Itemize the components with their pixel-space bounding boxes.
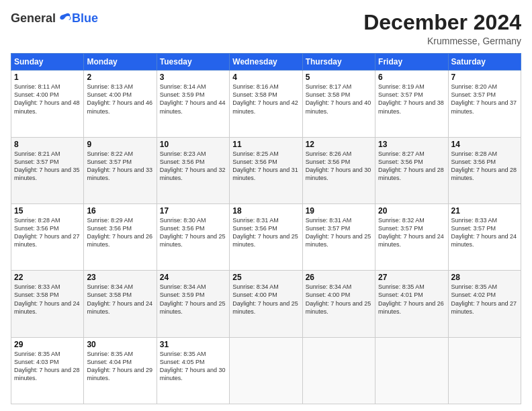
month-title: December 2024: [363, 11, 521, 34]
day-number: 15: [14, 206, 81, 216]
day-number: 14: [451, 140, 518, 149]
day-number: 6: [378, 73, 445, 82]
day-number: 28: [451, 273, 518, 282]
logo-blue: Blue: [72, 11, 98, 26]
day-of-week-header: Monday: [84, 54, 157, 71]
day-number: 23: [87, 273, 153, 282]
day-info: Sunrise: 8:32 AMSunset: 3:57 PMDaylight:…: [378, 217, 444, 248]
day-info: Sunrise: 8:27 AMSunset: 3:56 PMDaylight:…: [378, 150, 444, 181]
day-of-week-header: Saturday: [448, 54, 521, 71]
calendar-cell: 1 Sunrise: 8:11 AMSunset: 4:00 PMDayligh…: [11, 71, 84, 137]
calendar-cell: 29 Sunrise: 8:35 AMSunset: 4:03 PMDaylig…: [11, 337, 84, 404]
day-number: 25: [232, 273, 299, 282]
day-info: Sunrise: 8:22 AMSunset: 3:57 PMDaylight:…: [87, 150, 152, 181]
calendar-cell: 21 Sunrise: 8:33 AMSunset: 3:57 PMDaylig…: [448, 203, 521, 270]
day-info: Sunrise: 8:35 AMSunset: 4:02 PMDaylight:…: [451, 283, 517, 314]
day-info: Sunrise: 8:30 AMSunset: 3:56 PMDaylight:…: [160, 217, 226, 248]
day-info: Sunrise: 8:35 AMSunset: 4:03 PMDaylight:…: [14, 351, 80, 381]
calendar-cell: 15 Sunrise: 8:28 AMSunset: 3:56 PMDaylig…: [11, 203, 84, 270]
day-of-week-header: Friday: [375, 54, 448, 71]
day-info: Sunrise: 8:28 AMSunset: 3:56 PMDaylight:…: [451, 150, 517, 181]
day-number: 17: [160, 206, 226, 216]
day-number: 1: [14, 73, 81, 82]
day-info: Sunrise: 8:19 AMSunset: 3:57 PMDaylight:…: [378, 83, 444, 114]
logo-text: General Blue: [11, 11, 98, 26]
calendar-cell: 13 Sunrise: 8:27 AMSunset: 3:56 PMDaylig…: [375, 137, 448, 203]
day-info: Sunrise: 8:35 AMSunset: 4:04 PMDaylight:…: [87, 351, 152, 381]
day-of-week-header: Wednesday: [230, 54, 302, 71]
calendar-cell: 22 Sunrise: 8:33 AMSunset: 3:58 PMDaylig…: [11, 271, 84, 337]
day-number: 5: [306, 73, 372, 82]
day-info: Sunrise: 8:35 AMSunset: 4:01 PMDaylight:…: [378, 283, 444, 314]
calendar-cell: 26 Sunrise: 8:34 AMSunset: 4:00 PMDaylig…: [302, 271, 375, 337]
day-number: 26: [306, 273, 372, 282]
calendar-cell: 10 Sunrise: 8:23 AMSunset: 3:56 PMDaylig…: [157, 137, 229, 203]
day-info: Sunrise: 8:29 AMSunset: 3:56 PMDaylight:…: [87, 217, 152, 248]
calendar-cell: 3 Sunrise: 8:14 AMSunset: 3:59 PMDayligh…: [157, 71, 229, 137]
day-number: 16: [87, 206, 153, 216]
day-info: Sunrise: 8:34 AMSunset: 4:00 PMDaylight:…: [232, 283, 298, 314]
logo-bird-icon: [57, 11, 72, 26]
calendar-cell: 17 Sunrise: 8:30 AMSunset: 3:56 PMDaylig…: [157, 203, 229, 270]
title-area: December 2024 Krummesse, Germany: [363, 11, 521, 46]
calendar-week-row: 1 Sunrise: 8:11 AMSunset: 4:00 PMDayligh…: [11, 71, 521, 137]
day-info: Sunrise: 8:23 AMSunset: 3:56 PMDaylight:…: [160, 150, 226, 181]
day-info: Sunrise: 8:31 AMSunset: 3:56 PMDaylight:…: [232, 217, 298, 248]
page-header: General Blue December 2024 Krummesse, Ge…: [11, 11, 521, 46]
calendar-cell: 14 Sunrise: 8:28 AMSunset: 3:56 PMDaylig…: [448, 137, 521, 203]
calendar-cell: 28 Sunrise: 8:35 AMSunset: 4:02 PMDaylig…: [448, 271, 521, 337]
day-number: 13: [378, 140, 445, 149]
day-info: Sunrise: 8:34 AMSunset: 3:58 PMDaylight:…: [87, 283, 152, 314]
day-number: 27: [378, 273, 445, 282]
location: Krummesse, Germany: [363, 36, 521, 46]
day-of-week-header: Tuesday: [157, 54, 229, 71]
calendar-cell: 25 Sunrise: 8:34 AMSunset: 4:00 PMDaylig…: [230, 271, 302, 337]
day-number: 3: [160, 73, 226, 82]
day-number: 18: [232, 206, 299, 216]
day-info: Sunrise: 8:35 AMSunset: 4:05 PMDaylight:…: [160, 351, 226, 381]
day-number: 2: [87, 73, 153, 82]
day-info: Sunrise: 8:25 AMSunset: 3:56 PMDaylight:…: [232, 150, 298, 181]
day-number: 29: [14, 340, 81, 349]
day-number: 30: [87, 340, 153, 349]
day-of-week-header: Sunday: [11, 54, 84, 71]
day-info: Sunrise: 8:28 AMSunset: 3:56 PMDaylight:…: [14, 217, 80, 248]
day-info: Sunrise: 8:34 AMSunset: 3:59 PMDaylight:…: [160, 283, 226, 314]
day-number: 4: [232, 73, 299, 82]
day-number: 31: [160, 340, 226, 349]
day-info: Sunrise: 8:21 AMSunset: 3:57 PMDaylight:…: [14, 150, 80, 181]
calendar-cell: 11 Sunrise: 8:25 AMSunset: 3:56 PMDaylig…: [230, 137, 302, 203]
calendar-cell: [302, 337, 375, 404]
calendar-header-row: SundayMondayTuesdayWednesdayThursdayFrid…: [11, 54, 521, 71]
calendar-cell: 19 Sunrise: 8:31 AMSunset: 3:57 PMDaylig…: [302, 203, 375, 270]
day-number: 22: [14, 273, 81, 282]
calendar-page: General Blue December 2024 Krummesse, Ge…: [0, 0, 532, 411]
calendar-cell: 8 Sunrise: 8:21 AMSunset: 3:57 PMDayligh…: [11, 137, 84, 203]
calendar-cell: 4 Sunrise: 8:16 AMSunset: 3:58 PMDayligh…: [230, 71, 302, 137]
calendar-cell: 20 Sunrise: 8:32 AMSunset: 3:57 PMDaylig…: [375, 203, 448, 270]
day-info: Sunrise: 8:14 AMSunset: 3:59 PMDaylight:…: [160, 83, 226, 114]
day-number: 20: [378, 206, 445, 216]
calendar-cell: 7 Sunrise: 8:20 AMSunset: 3:57 PMDayligh…: [448, 71, 521, 137]
day-number: 7: [451, 73, 518, 82]
day-info: Sunrise: 8:13 AMSunset: 4:00 PMDaylight:…: [87, 83, 152, 114]
calendar-cell: 6 Sunrise: 8:19 AMSunset: 3:57 PMDayligh…: [375, 71, 448, 137]
calendar-cell: 27 Sunrise: 8:35 AMSunset: 4:01 PMDaylig…: [375, 271, 448, 337]
calendar-cell: [230, 337, 302, 404]
calendar-week-row: 8 Sunrise: 8:21 AMSunset: 3:57 PMDayligh…: [11, 137, 521, 203]
calendar-cell: 24 Sunrise: 8:34 AMSunset: 3:59 PMDaylig…: [157, 271, 229, 337]
day-info: Sunrise: 8:11 AMSunset: 4:00 PMDaylight:…: [14, 83, 80, 114]
calendar-week-row: 22 Sunrise: 8:33 AMSunset: 3:58 PMDaylig…: [11, 271, 521, 337]
logo: General Blue: [11, 11, 98, 26]
day-info: Sunrise: 8:33 AMSunset: 3:57 PMDaylight:…: [451, 217, 517, 248]
day-number: 10: [160, 140, 226, 149]
day-number: 11: [232, 140, 299, 149]
day-info: Sunrise: 8:26 AMSunset: 3:56 PMDaylight:…: [306, 150, 371, 181]
calendar-cell: 9 Sunrise: 8:22 AMSunset: 3:57 PMDayligh…: [84, 137, 157, 203]
day-of-week-header: Thursday: [302, 54, 375, 71]
day-number: 19: [306, 206, 372, 216]
calendar-table: SundayMondayTuesdayWednesdayThursdayFrid…: [11, 53, 521, 404]
calendar-cell: 30 Sunrise: 8:35 AMSunset: 4:04 PMDaylig…: [84, 337, 157, 404]
day-number: 12: [306, 140, 372, 149]
calendar-week-row: 15 Sunrise: 8:28 AMSunset: 3:56 PMDaylig…: [11, 203, 521, 270]
